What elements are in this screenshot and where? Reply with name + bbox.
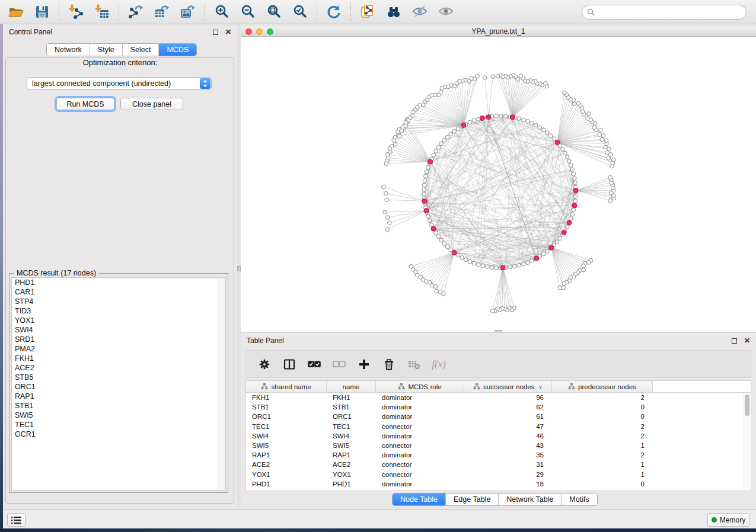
table-row[interactable]: YOX1YOX1connector291 <box>246 470 751 479</box>
cell-successor-nodes[interactable]: 61 <box>464 412 552 421</box>
optimization-criterion-select[interactable]: largest connected component (undirected) <box>27 77 212 90</box>
columns-icon[interactable] <box>282 357 297 371</box>
cell-name[interactable]: ACE2 <box>327 460 376 469</box>
table-scrollbar[interactable] <box>744 393 750 490</box>
mcds-list-scrollbar[interactable] <box>218 278 225 490</box>
cell-predecessor-nodes[interactable]: 2 <box>552 450 653 460</box>
tab-motifs[interactable]: Motifs <box>562 493 596 505</box>
refresh-icon[interactable] <box>325 3 343 21</box>
cell-predecessor-nodes[interactable]: 0 <box>552 479 653 489</box>
cell-MCDS-role[interactable]: dominator <box>376 393 464 402</box>
cell-name[interactable]: SWI5 <box>327 441 376 450</box>
zoom-in-icon[interactable] <box>213 3 231 21</box>
import-network-icon[interactable] <box>67 3 85 21</box>
network-canvas[interactable] <box>241 37 756 332</box>
cell-predecessor-nodes[interactable]: 0 <box>552 402 653 412</box>
tab-edge-table[interactable]: Edge Table <box>446 493 499 505</box>
cell-name[interactable]: STB1 <box>327 402 376 412</box>
cell-shared-name[interactable]: RAP1 <box>246 450 327 460</box>
cell-name[interactable]: SWI4 <box>327 431 376 441</box>
tab-select[interactable]: Select <box>123 44 160 56</box>
add-icon[interactable] <box>356 357 372 371</box>
close-panel-icon[interactable]: ✕ <box>744 338 750 344</box>
mcds-result-item[interactable]: CAR1 <box>12 287 225 297</box>
show-eye-icon[interactable] <box>437 3 455 21</box>
column-header-predecessor-nodes[interactable]: predecessor nodes <box>552 381 653 392</box>
table-row[interactable]: STB1STB1dominator620 <box>246 402 751 412</box>
table-row[interactable]: FKH1FKH1dominator962 <box>246 393 751 402</box>
deselect-all-icon[interactable] <box>331 357 347 371</box>
cell-name[interactable]: TEC1 <box>327 422 376 431</box>
tab-node-table[interactable]: Node Table <box>393 493 446 505</box>
mcds-result-item[interactable]: STP4 <box>12 297 225 306</box>
share-document-icon[interactable] <box>359 3 377 21</box>
mcds-result-item[interactable]: ACE2 <box>12 363 225 373</box>
float-window-icon[interactable] <box>732 338 737 344</box>
cell-name[interactable]: ORC1 <box>327 412 376 421</box>
cell-MCDS-role[interactable]: dominator <box>376 479 464 489</box>
table-row[interactable]: PHD1PHD1dominator180 <box>246 479 751 489</box>
memory-button[interactable]: Memory <box>707 513 749 527</box>
import-table-icon[interactable] <box>93 3 111 21</box>
zoom-out-icon[interactable] <box>239 3 257 21</box>
cell-predecessor-nodes[interactable]: 0 <box>552 412 653 421</box>
tab-network-table[interactable]: Network Table <box>499 493 562 505</box>
table-row[interactable]: SWI5SWI5connector431 <box>246 441 751 450</box>
mcds-result-item[interactable]: STB1 <box>12 401 225 411</box>
tab-mcds[interactable]: MCDS <box>159 44 196 56</box>
mcds-result-item[interactable]: PHD1 <box>12 278 225 287</box>
mcds-result-item[interactable]: GCR1 <box>12 430 225 439</box>
cell-successor-nodes[interactable]: 31 <box>464 460 552 469</box>
cell-successor-nodes[interactable]: 62 <box>464 402 552 412</box>
cell-MCDS-role[interactable]: dominator <box>376 450 464 460</box>
run-mcds-button[interactable]: Run MCDS <box>56 98 114 110</box>
mcds-result-item[interactable]: SWI4 <box>12 325 225 335</box>
mcds-result-item[interactable]: STB5 <box>12 373 225 382</box>
cell-predecessor-nodes[interactable]: 2 <box>552 393 653 402</box>
search-box[interactable] <box>582 5 747 20</box>
mcds-result-item[interactable]: YOX1 <box>12 316 225 325</box>
cell-shared-name[interactable]: STB1 <box>246 402 327 412</box>
cell-successor-nodes[interactable]: 43 <box>464 441 552 450</box>
cell-MCDS-role[interactable]: connector <box>376 470 464 479</box>
cell-shared-name[interactable]: PHD1 <box>246 479 327 489</box>
cell-name[interactable]: YOX1 <box>327 470 376 479</box>
task-history-button[interactable] <box>7 513 25 527</box>
mcds-result-item[interactable]: RAP1 <box>12 392 225 401</box>
tab-style[interactable]: Style <box>90 44 123 56</box>
mcds-result-item[interactable]: SWI5 <box>12 411 225 420</box>
cell-name[interactable]: PHD1 <box>327 479 376 489</box>
cell-successor-nodes[interactable]: 35 <box>464 450 552 460</box>
table-row[interactable]: TEC1TEC1connector472 <box>246 422 751 431</box>
zoom-selected-icon[interactable] <box>291 3 309 21</box>
table-row[interactable]: ACE2ACE2connector311 <box>246 460 751 469</box>
cell-predecessor-nodes[interactable]: 2 <box>552 431 653 441</box>
column-header-successor-nodes[interactable]: successor nodes∨ <box>464 381 552 392</box>
mcds-result-item[interactable]: TID3 <box>12 306 225 316</box>
trash-icon[interactable] <box>381 357 397 371</box>
search-binoculars-icon[interactable] <box>385 3 403 21</box>
cell-predecessor-nodes[interactable]: 1 <box>552 470 653 479</box>
cell-shared-name[interactable]: ACE2 <box>246 460 327 469</box>
scrollbar-thumb[interactable] <box>745 395 749 416</box>
close-panel-icon[interactable]: ✕ <box>225 30 231 35</box>
network-window-titlebar[interactable]: YPA_prune.txt_1 <box>241 27 756 37</box>
zoom-fit-icon[interactable] <box>265 3 283 21</box>
cell-MCDS-role[interactable]: dominator <box>376 402 464 412</box>
column-header-shared-name[interactable]: shared name <box>246 381 327 392</box>
gear-icon[interactable] <box>257 357 272 371</box>
column-header-MCDS-role[interactable]: MCDS role <box>376 381 464 392</box>
mcds-result-item[interactable]: PMA2 <box>12 344 225 354</box>
column-header-name[interactable]: name <box>327 381 376 392</box>
mcds-result-list[interactable]: PHD1CAR1STP4TID3YOX1SWI4SRD1PMA2FKH1ACE2… <box>11 277 226 491</box>
mcds-result-item[interactable]: FKH1 <box>12 354 225 363</box>
mcds-result-item[interactable]: TEC1 <box>12 420 225 430</box>
close-panel-button[interactable]: Close panel <box>120 98 183 110</box>
hide-annotations-icon[interactable] <box>411 3 429 21</box>
cell-shared-name[interactable]: FKH1 <box>246 393 327 402</box>
search-input[interactable] <box>598 8 741 17</box>
cell-predecessor-nodes[interactable]: 1 <box>552 441 653 450</box>
mcds-result-item[interactable]: SRD1 <box>12 335 225 344</box>
cell-successor-nodes[interactable]: 46 <box>464 431 552 441</box>
mcds-result-item[interactable]: ORC1 <box>12 382 225 392</box>
